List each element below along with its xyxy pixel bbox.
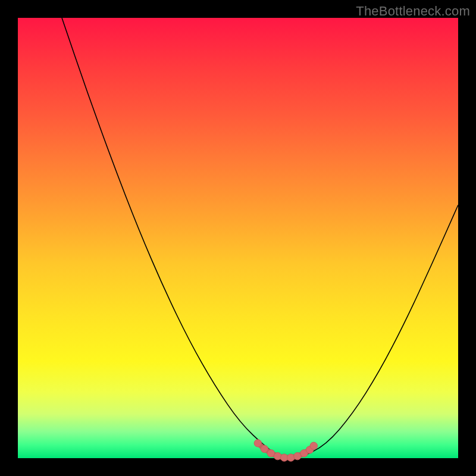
watermark-text: TheBottleneck.com	[356, 4, 470, 19]
marker-dot	[267, 450, 274, 457]
marker-dot	[274, 452, 281, 459]
marker-dot	[287, 454, 295, 461]
marker-dot	[254, 440, 261, 447]
marker-dot	[281, 454, 288, 461]
marker-dot	[310, 442, 317, 449]
chart-container: TheBottleneck.com	[0, 0, 476, 476]
bottleneck-curve	[62, 18, 458, 458]
marker-group	[254, 440, 317, 462]
marker-dot	[261, 445, 268, 452]
chart-svg	[18, 18, 458, 458]
marker-dot	[294, 452, 301, 459]
